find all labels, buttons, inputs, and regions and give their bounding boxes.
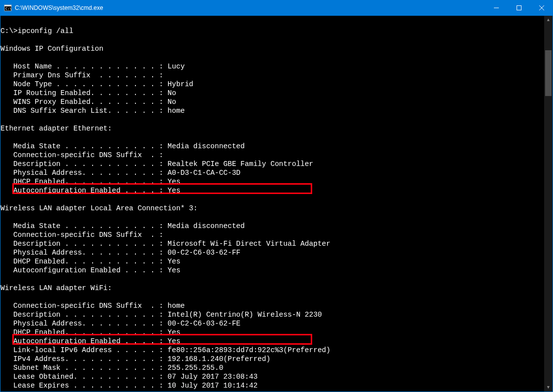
terminal-line: Connection-specific DNS Suffix . : xyxy=(0,151,544,160)
terminal-line: Media State . . . . . . . . . . . : Medi… xyxy=(0,222,544,230)
cmd-icon: C:\ xyxy=(4,4,12,12)
terminal-line xyxy=(0,275,544,284)
terminal-line: Description . . . . . . . . . . . : Inte… xyxy=(0,310,544,319)
terminal-line xyxy=(0,35,544,44)
scroll-thumb[interactable] xyxy=(545,50,552,96)
terminal-line: IPv4 Address. . . . . . . . . . . : 192.… xyxy=(0,355,544,363)
terminal-line: Windows IP Configuration xyxy=(0,44,544,53)
terminal-line xyxy=(0,18,544,27)
terminal-line: Lease Expires . . . . . . . . . . : 10 J… xyxy=(0,381,544,390)
svg-rect-4 xyxy=(517,6,521,10)
terminal-line: Description . . . . . . . . . . . : Real… xyxy=(0,160,544,168)
terminal-line: WINS Proxy Enabled. . . . . . . . : No xyxy=(0,98,544,106)
terminal-output[interactable]: C:\>ipconfig /all Windows IP Configurati… xyxy=(0,16,544,392)
client-area: C:\>ipconfig /all Windows IP Configurati… xyxy=(0,16,553,392)
terminal-line: Autoconfiguration Enabled . . . . : Yes xyxy=(0,186,544,195)
terminal-line: Physical Address. . . . . . . . . : 00-C… xyxy=(0,248,544,257)
terminal-line: Wireless LAN adapter Local Area Connecti… xyxy=(0,204,544,213)
terminal-line xyxy=(0,133,544,142)
command-prompt-window: C:\ C:\WINDOWS\system32\cmd.exe C:\>ipco… xyxy=(0,0,553,392)
terminal-line: Autoconfiguration Enabled . . . . : Yes xyxy=(0,266,544,275)
terminal-line: DHCP Enabled. . . . . . . . . . . : Yes xyxy=(0,177,544,186)
terminal-line: IP Routing Enabled. . . . . . . . : No xyxy=(0,89,544,98)
terminal-line xyxy=(0,195,544,204)
terminal-line: Link-local IPv6 Address . . . . . : fe80… xyxy=(0,346,544,355)
terminal-line: Primary Dns Suffix . . . . . . . : xyxy=(0,71,544,80)
terminal-line xyxy=(0,53,544,62)
terminal-line: DHCP Enabled. . . . . . . . . . . : Yes xyxy=(0,328,544,337)
terminal-line: Media State . . . . . . . . . . . : Medi… xyxy=(0,142,544,151)
close-button[interactable] xyxy=(530,0,553,16)
terminal-line: Subnet Mask . . . . . . . . . . . : 255.… xyxy=(0,363,544,372)
terminal-line xyxy=(0,115,544,124)
terminal-line: Ethernet adapter Ethernet: xyxy=(0,124,544,133)
terminal-line: DNS Suffix Search List. . . . . . : home xyxy=(0,106,544,115)
terminal-line: Physical Address. . . . . . . . . : A0-D… xyxy=(0,168,544,177)
scroll-up-arrow[interactable]: ▲ xyxy=(544,16,553,24)
terminal-line: Wireless LAN adapter WiFi: xyxy=(0,284,544,293)
terminal-line: Autoconfiguration Enabled . . . . : Yes xyxy=(0,337,544,346)
terminal-line: Connection-specific DNS Suffix . : home xyxy=(0,301,544,310)
scroll-down-arrow[interactable]: ▼ xyxy=(544,383,553,392)
titlebar[interactable]: C:\ C:\WINDOWS\system32\cmd.exe xyxy=(0,0,553,16)
terminal-line xyxy=(0,293,544,301)
terminal-line: Node Type . . . . . . . . . . . . : Hybr… xyxy=(0,80,544,89)
terminal-line: Connection-specific DNS Suffix . : xyxy=(0,230,544,239)
vertical-scrollbar[interactable]: ▲ ▼ xyxy=(544,16,553,392)
terminal-line: C:\>ipconfig /all xyxy=(0,27,544,35)
terminal-line xyxy=(0,213,544,222)
terminal-line: Host Name . . . . . . . . . . . . : Lucy xyxy=(0,62,544,71)
terminal-line: Lease Obtained. . . . . . . . . . : 07 J… xyxy=(0,372,544,381)
window-title: C:\WINDOWS\system32\cmd.exe xyxy=(15,4,485,11)
minimize-button[interactable] xyxy=(485,0,508,16)
svg-text:C:\: C:\ xyxy=(5,7,12,11)
maximize-button[interactable] xyxy=(508,0,530,16)
terminal-line: Description . . . . . . . . . . . : Micr… xyxy=(0,239,544,248)
terminal-line: DHCP Enabled. . . . . . . . . . . : Yes xyxy=(0,257,544,266)
window-controls xyxy=(485,0,553,16)
terminal-line: Physical Address. . . . . . . . . : 00-C… xyxy=(0,319,544,328)
svg-rect-1 xyxy=(4,5,11,6)
